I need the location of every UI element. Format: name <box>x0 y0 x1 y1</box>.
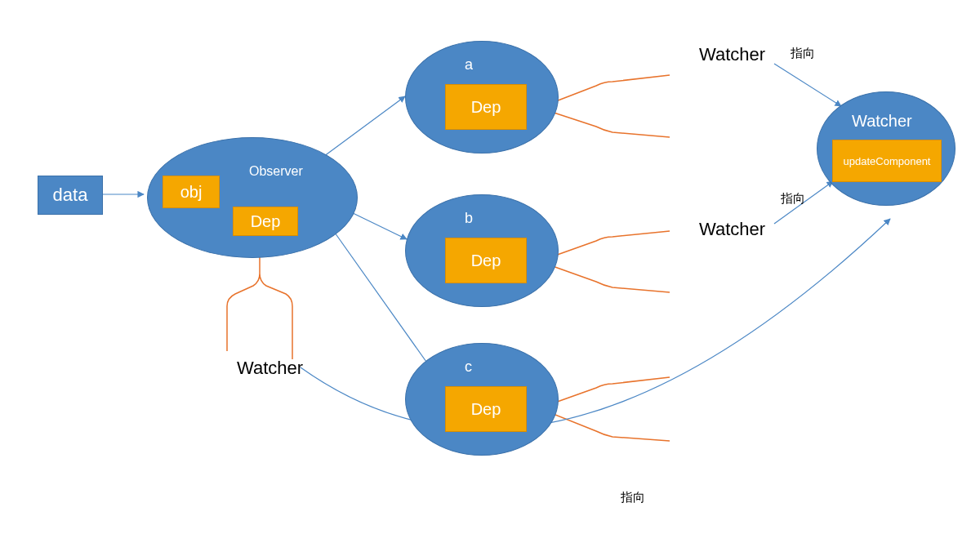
data-box: data <box>38 176 103 215</box>
arrow-label-bottom: 指向 <box>621 490 645 505</box>
prop-c-dep-label: Dep <box>471 400 501 419</box>
watcher-label-top-right: Watcher <box>699 44 765 65</box>
prop-a-dep-label: Dep <box>471 98 501 117</box>
prop-b-node: b Dep <box>405 194 559 307</box>
bracket-b-dep <box>539 231 670 292</box>
arrow-observer-to-a <box>314 96 405 163</box>
watcher-node-title: Watcher <box>852 112 912 131</box>
observer-dep-box: Dep <box>233 207 298 236</box>
arrow-watcher-top-to-node <box>774 64 841 106</box>
prop-a-dep-box: Dep <box>445 84 527 130</box>
arrow-watcher-bottom-to-node <box>301 219 890 429</box>
prop-b-dep-box: Dep <box>445 238 527 283</box>
prop-c-name: c <box>465 358 472 376</box>
arrow-label-top: 指向 <box>791 46 815 61</box>
prop-a-node: a Dep <box>405 41 559 154</box>
watcher-label-below-observer: Watcher <box>237 358 303 379</box>
data-box-label: data <box>53 185 88 206</box>
arrow-label-mid: 指向 <box>781 191 805 207</box>
watcher-label-mid-right: Watcher <box>699 219 765 240</box>
prop-b-name: b <box>465 210 473 227</box>
prop-c-node: c Dep <box>405 343 559 456</box>
observer-title: Observer <box>249 164 303 179</box>
prop-b-dep-label: Dep <box>471 251 501 270</box>
prop-a-name: a <box>465 56 473 73</box>
observer-node: Observer obj Dep <box>147 137 358 258</box>
bracket-c-dep <box>539 377 670 441</box>
observer-dep-label: Dep <box>251 212 281 231</box>
observer-obj-box: obj <box>163 176 220 208</box>
bracket-a-dep <box>539 75 670 137</box>
prop-c-dep-box: Dep <box>445 386 527 432</box>
observer-obj-label: obj <box>180 183 203 202</box>
watcher-node-inner-box: updateComponent <box>832 140 942 182</box>
arrow-observer-to-b <box>351 212 407 239</box>
watcher-node-inner-label: updateComponent <box>844 155 931 167</box>
watcher-node: Watcher updateComponent <box>817 91 956 206</box>
